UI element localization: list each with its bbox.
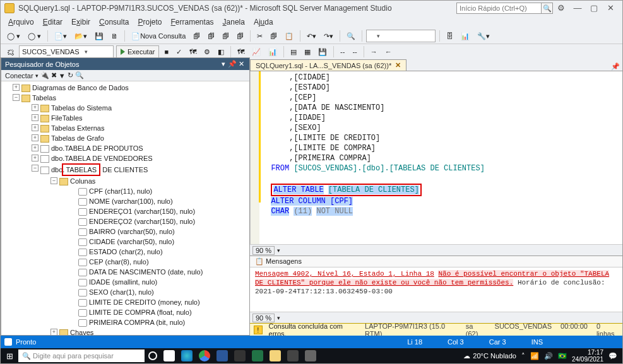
taskview-icon[interactable] [163, 350, 175, 361]
tree-column[interactable]: NOME (varchar(100), nulo) [69, 196, 248, 206]
indent-icon[interactable]: → [368, 45, 380, 58]
xmla-query-icon[interactable]: 🗐 [234, 30, 246, 42]
intellisense-icon[interactable]: ◧ [215, 45, 227, 58]
tree-columns[interactable]: −Colunas CPF (char(11), nulo)NOME (varch… [50, 176, 248, 327]
paste-button[interactable]: 📋 [282, 30, 296, 42]
nav-fwd-button[interactable]: ◯ ▾ [25, 30, 44, 42]
panel-pin-icon[interactable]: 📌 [228, 60, 237, 68]
weather-widget[interactable]: ☁ 20°C Nublado [463, 352, 516, 360]
windows-search[interactable]: 🔍 Digite aqui para pesquisar [18, 349, 145, 362]
tree-column[interactable]: DATA DE NASCIMENTO (date, nulo) [69, 267, 248, 277]
disconnect-icon[interactable]: 🔌 [40, 71, 49, 79]
cortana-icon[interactable] [148, 351, 157, 360]
panel-dropdown-icon[interactable]: ▾ [219, 60, 228, 68]
stop-icon[interactable]: ✖ [51, 71, 57, 79]
code-editor[interactable]: ,[CIDADE] ,[ESTADO] ,[CEP] ,[DATA DE NAS… [250, 71, 622, 244]
activity-monitor-icon[interactable]: 📊 [458, 30, 472, 42]
tab-pin-icon[interactable]: 📌 [608, 62, 622, 71]
tree-graph-tables[interactable]: +Tabelas de Grafo [32, 133, 248, 143]
maximize-button[interactable]: ▢ [586, 1, 602, 16]
undo-button[interactable]: ↶▾ [304, 30, 319, 42]
tree-column[interactable]: LIMITE DE CREDITO (money, nulo) [69, 297, 248, 307]
tree-column[interactable]: ESTADO (char(2), nulo) [69, 247, 248, 257]
panel-close-icon[interactable]: ✕ [237, 60, 246, 68]
tab-close-icon[interactable]: ✕ [395, 61, 401, 69]
zoom-combo[interactable]: 90 % [252, 246, 275, 255]
app-icon[interactable] [287, 350, 299, 361]
menu-arquivo[interactable]: Arquivo [4, 17, 38, 27]
tree-tables[interactable]: −Tabelas +Tabelas do Sistema +FileTables… [13, 93, 248, 335]
start-button[interactable]: ⊞ [1, 351, 18, 361]
menu-projeto[interactable]: Projeto [134, 17, 165, 27]
template-icon[interactable]: 🔧▾ [475, 30, 492, 42]
excel-icon[interactable] [252, 350, 263, 361]
tree-diagrams[interactable]: +Diagramas de Banco de Dados [13, 83, 248, 93]
menu-ajuda[interactable]: Ajuda [250, 17, 277, 27]
menu-editar[interactable]: Editar [39, 17, 66, 27]
system-tray[interactable]: ☁ 20°C Nublado ˄ 📶 🔊 🇧🇷 17:1724/09/2021 … [458, 349, 622, 363]
registered-servers-icon[interactable]: 🗄 [444, 30, 456, 42]
sound-icon[interactable]: 🔊 [544, 352, 553, 360]
open-file-button[interactable]: 📂▾ [72, 30, 90, 42]
quick-launch-input[interactable] [456, 3, 542, 14]
tray-chevron-icon[interactable]: ˄ [521, 352, 525, 360]
tree-column[interactable]: CIDADE (varchar(50), nulo) [69, 237, 248, 247]
menu-exibir[interactable]: Exibir [68, 17, 94, 27]
tree-column[interactable]: BAIRRO (varchar(50), nulo) [69, 226, 248, 237]
editor-tab[interactable]: SQLQuery1.sql - LA...S_VENDAS (sa (62))*… [250, 59, 406, 71]
tree-table-clients[interactable]: −dbo.TABELAS DE CLIENTES −Colunas CPF (c… [32, 163, 248, 335]
close-button[interactable]: ✕ [602, 1, 619, 16]
tree-column[interactable]: LIMITE DE COMPRA (float, nulo) [69, 307, 248, 317]
notifications-icon[interactable]: 💬 [608, 352, 617, 360]
client-stats-icon[interactable]: 📊 [266, 45, 280, 58]
save-button[interactable]: 💾 [92, 30, 106, 42]
settings-icon[interactable]: ⚙ [553, 1, 569, 16]
tree-keys[interactable]: +Chaves [50, 327, 248, 335]
wifi-icon[interactable]: 📶 [530, 352, 539, 360]
database-combo[interactable]: SUCOS_VENDAS▾ [19, 45, 114, 58]
execute-button[interactable]: Executar [116, 45, 159, 58]
cut-button[interactable]: ✂ [254, 30, 265, 42]
menu-ferramentas[interactable]: Ferramentas [167, 17, 218, 27]
filter-icon[interactable]: ▼ [59, 72, 66, 79]
object-tree[interactable]: +Diagramas de Banco de Dados −Tabelas +T… [1, 81, 249, 335]
tree-filetables[interactable]: +FileTables [32, 113, 248, 123]
refresh-icon[interactable]: ↻ [68, 71, 73, 79]
copy-button[interactable]: 🗐 [268, 30, 280, 42]
tree-column[interactable]: ENDEREÇO1 (varchar(150), nulo) [69, 206, 248, 216]
results-file-icon[interactable]: 💾 [316, 45, 329, 58]
tree-table-products[interactable]: +dbo.TABELA DE PRODUTOS [32, 143, 248, 153]
tree-sys-tables[interactable]: +Tabelas do Sistema [32, 103, 248, 113]
clock[interactable]: 17:1724/09/2021 [572, 349, 603, 363]
tree-column[interactable]: PRIMEIRA COMPRA (bit, nulo) [69, 317, 248, 327]
tree-column[interactable]: CPF (char(11), nulo) [69, 186, 248, 196]
new-file-button[interactable]: 📄▾ [52, 30, 69, 42]
outdent-icon[interactable]: ← [383, 45, 395, 58]
dmx-query-icon[interactable]: 🗐 [220, 30, 232, 42]
tree-ext-tables[interactable]: +Tabelas Externas [32, 123, 248, 133]
query-options-icon[interactable]: ⚙ [201, 45, 213, 58]
tree-table-vendors[interactable]: +dbo.TABELA DE VENDEDORES [32, 153, 248, 163]
live-stats-icon[interactable]: 📈 [249, 45, 263, 58]
search-icon[interactable]: 🔍 [75, 71, 84, 79]
comment-icon[interactable]: -- [338, 45, 347, 58]
find-button[interactable]: 🔍 [344, 30, 358, 42]
edge-icon[interactable] [181, 350, 193, 361]
search-icon[interactable]: 🔍 [542, 3, 553, 14]
word-icon[interactable] [217, 350, 228, 361]
tree-column[interactable]: IDADE (smallint, nulo) [69, 277, 248, 287]
redo-button[interactable]: ↷▾ [321, 30, 336, 42]
connect-label[interactable]: Conectar [5, 72, 33, 79]
mdx-query-icon[interactable]: 🗐 [205, 30, 217, 42]
save-all-button[interactable]: 🗎 [109, 30, 121, 42]
app2-icon[interactable] [305, 350, 316, 361]
menu-janela[interactable]: Janela [219, 17, 249, 27]
actual-plan-icon[interactable]: 🗺 [235, 45, 247, 58]
messages-body[interactable]: Mensagem 4902, Nível 16, Estado 1, Linha… [250, 267, 622, 312]
tree-column[interactable]: SEXO (char(1), nulo) [69, 287, 248, 297]
estimated-plan-icon[interactable]: 🗺 [187, 45, 199, 58]
lang-icon[interactable]: 🇧🇷 [558, 352, 567, 360]
results-text-icon[interactable]: ▤ [288, 45, 299, 58]
msg-zoom-combo[interactable]: 90 % [252, 314, 275, 322]
minimize-button[interactable]: — [569, 1, 586, 16]
